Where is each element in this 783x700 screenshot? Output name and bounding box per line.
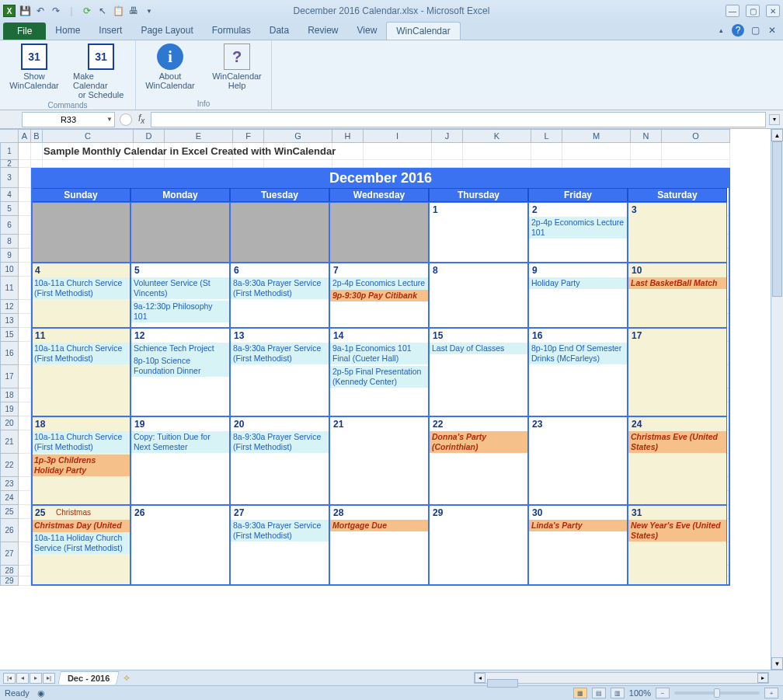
calendar-event[interactable]: 8p-10p Science Foundation Dinner [131,355,229,377]
tab-data[interactable]: Data [260,22,298,40]
scroll-left-icon[interactable]: ◂ [475,673,485,683]
calendar-cell[interactable]: 149a-1p Economics 101 Final (Cueter Hall… [329,328,429,416]
calendar-cell[interactable]: 12Schience Tech Project Due8p-10p Scienc… [130,328,230,416]
minimize-button[interactable]: — [726,5,740,17]
calendar-event[interactable]: 8a-9:30a Prayer Service (First Methodist… [231,343,329,364]
tab-formulas[interactable]: Formulas [203,22,260,40]
tab-nav-prev-icon[interactable]: ◂ [16,673,29,684]
col-header-M[interactable]: M [562,129,631,143]
vertical-scroll-thumb[interactable] [772,141,782,297]
tab-wincalendar[interactable]: WinCalendar [386,22,460,40]
ribbon-minimize-icon[interactable]: ▴ [715,24,727,37]
calendar-event[interactable]: 2p-4p Economics Lecture 101 [529,217,627,239]
row-header-17[interactable]: 17 [0,365,19,388]
row-header-1[interactable]: 1 [0,143,19,160]
tab-review[interactable]: Review [298,22,347,40]
cancel-formula-icon[interactable] [120,113,132,126]
calendar-cell[interactable]: 168p-10p End Of Semester Drinks (McFarle… [528,328,628,416]
col-header-C[interactable]: C [43,129,134,143]
select-all-cell[interactable] [0,129,19,143]
row-header-27[interactable]: 27 [0,542,19,566]
calendar-cell[interactable]: 1110a-11a Church Service (First Methodis… [31,328,130,416]
scroll-up-icon[interactable]: ▲ [771,129,783,141]
tab-view[interactable]: View [348,22,387,40]
row-header-19[interactable]: 19 [0,402,19,416]
col-header-H[interactable]: H [332,129,364,143]
calendar-cell[interactable]: 9Holiday Party [528,263,628,328]
col-header-J[interactable]: J [432,129,463,143]
calendar-event[interactable]: Copy: Tuition Due for Next Semester [131,431,229,453]
row-header-9[interactable]: 9 [0,249,19,263]
calendar-cell[interactable]: 29 [429,505,528,586]
col-header-L[interactable]: L [531,129,562,143]
calendar-cell[interactable] [329,202,429,263]
calendar-event[interactable]: Last BasketBall Match [628,277,726,289]
calendar-cell[interactable]: 5Volunteer Service (St Vincents)9a-12:30… [130,263,230,328]
row-header-5[interactable]: 5 [0,202,19,216]
row-header-15[interactable]: 15 [0,328,19,342]
zoom-level[interactable]: 100% [629,688,651,698]
row-header-23[interactable]: 23 [0,477,19,491]
calendar-event[interactable]: 10a-11a Church Service (First Methodist) [32,431,130,453]
row-header-21[interactable]: 21 [0,430,19,454]
row-header-3[interactable]: 3 [0,168,19,188]
calendar-event[interactable]: 10a-11a Church Service (First Methodist) [32,277,130,299]
row-header-22[interactable]: 22 [0,454,19,477]
col-header-K[interactable]: K [463,129,531,143]
calendar-cell[interactable]: 25ChristmasChristmas Day (United States)… [31,505,130,586]
new-sheet-icon[interactable]: ✧ [123,673,130,684]
calendar-event[interactable]: New Year's Eve (United States) [628,520,726,542]
row-header-18[interactable]: 18 [0,388,19,402]
tab-nav-next-icon[interactable]: ▸ [30,673,42,684]
horizontal-scrollbar[interactable]: ◂ ▸ [474,672,769,684]
calendar-event[interactable]: 8p-10p End Of Semester Drinks (McFarleys… [529,343,627,364]
row-header-26[interactable]: 26 [0,519,19,542]
calendar-cell[interactable]: 1 [429,202,528,263]
ribbon-button-make-calendar[interactable]: 31Make Calendaror Schedule [73,44,129,99]
workbook-restore-icon[interactable]: ▢ [749,24,761,37]
calendar-cell[interactable]: 208a-9:30a Prayer Service (First Methodi… [230,416,329,505]
calendar-cell[interactable] [130,202,230,263]
calendar-cell[interactable]: 1810a-11a Church Service (First Methodis… [31,416,130,505]
col-header-F[interactable]: F [233,129,264,143]
row-header-25[interactable]: 25 [0,505,19,519]
calendar-cell[interactable]: 24Christmas Eve (United States) [628,416,727,505]
calendar-cell[interactable] [230,202,329,263]
calendar-event[interactable]: Mortgage Due [330,520,428,531]
tab-page-layout[interactable]: Page Layout [131,22,202,40]
view-page-break-icon[interactable]: ▥ [611,688,625,698]
calendar-cell[interactable]: 68a-9:30a Prayer Service (First Methodis… [230,263,329,328]
col-header-O[interactable]: O [662,129,730,143]
ribbon-button-about[interactable]: iAboutWinCalendar [142,44,198,90]
view-page-layout-icon[interactable]: ▤ [592,688,606,698]
ribbon-button-show[interactable]: 31ShowWinCalendar [6,44,62,99]
col-header-G[interactable]: G [264,129,332,143]
calendar-cell[interactable]: 30Linda's Party [528,505,628,586]
row-header-28[interactable]: 28 [0,566,19,576]
tab-nav-first-icon[interactable]: |◂ [3,673,16,684]
calendar-cell[interactable]: 10Last BasketBall Match [628,263,727,328]
calendar-cell[interactable]: 19Copy: Tuition Due for Next Semester [130,416,230,505]
macro-record-icon[interactable]: ◉ [37,688,45,698]
calendar-cell[interactable]: 28Mortgage Due [329,505,429,586]
calendar-event[interactable]: 10a-11a Holiday Church Service (First Me… [32,532,130,554]
calendar-event[interactable]: Last Day of Classes [430,343,527,354]
vertical-scrollbar[interactable]: ▲ ▼ [771,129,783,670]
calendar-event[interactable]: 9p-9:30p Pay Citibank [330,290,428,301]
close-button[interactable]: ✕ [766,5,780,17]
row-header-11[interactable]: 11 [0,277,19,300]
calendar-cell[interactable]: 26 [130,505,230,586]
col-header-B[interactable]: B [31,129,43,143]
row-header-4[interactable]: 4 [0,188,19,202]
calendar-cell[interactable]: 22Donna's Party (Corinthian) [429,416,528,505]
calendar-event[interactable]: 1p-3p Childrens Holiday Party [32,454,130,476]
tab-nav-last-icon[interactable]: ▸| [43,673,55,684]
row-header-20[interactable]: 20 [0,416,19,430]
row-header-10[interactable]: 10 [0,263,19,277]
zoom-in-icon[interactable]: + [764,688,778,698]
horizontal-scroll-thumb[interactable] [487,679,518,688]
tab-insert[interactable]: Insert [89,22,131,40]
zoom-slider[interactable] [674,691,760,695]
zoom-slider-knob[interactable] [714,688,720,698]
fx-icon[interactable]: fx [138,113,144,125]
